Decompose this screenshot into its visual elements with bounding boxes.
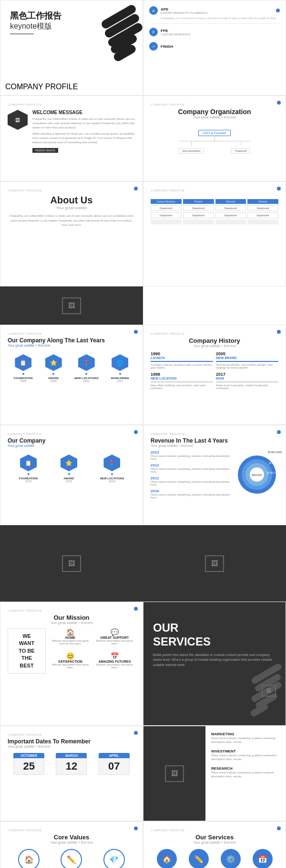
years-icons: 📋 FOUNDATION 2008 ⭐ AWARD 2009 📍 NEW LOC… [8,354,135,382]
org-ceo-box: CEO & Founder [198,130,231,136]
years2-hex-3: 📍 [103,455,120,471]
history-text-1: Company startup, business plan success s… [151,363,213,369]
history-year-4: 2017 [216,372,278,377]
dept-row3 [151,220,278,224]
org-chart: CEO & Founder Vice-president Treasurer [151,123,278,159]
mission-label-2: GREAT SUPPORT [94,636,135,639]
years2-item-2: ⭐ AWARD 2015 [61,455,77,483]
rev-1: 2013 Place some industry sustaining, pos… [151,450,232,460]
slide-company-years2: COMPANY PROFILE Our Company Your great s… [0,425,143,525]
org-subtitle: Your great subtitle + first text [151,116,278,119]
sc-circle-1: 🏠 [157,849,177,868]
mission-content: WEWANTTO BETHEBEST 🏠 HOME Mission descri… [8,628,135,674]
donut-svg: $500,000 [237,455,277,495]
dark-banner-right [143,286,286,325]
dept-grid: Custom Business Product Discount Advisor… [151,199,278,224]
rev-year-2: 2012 [151,463,232,467]
rev-text-1: Place some industry sustaining, positive… [151,455,232,460]
image-placeholder-1: 🖼 [62,297,81,314]
cv-company: COMPANY PROFILE [8,829,135,832]
svc-entry-1: MARKETING Place some industry sustaining… [211,732,280,744]
slide-top-info: A APE EXPORT PRODUCTS TO AMERICA Frequen… [143,0,286,95]
slide-revenue: COMPANY PROFILE Revenue In The Last 4 Ye… [143,425,286,525]
history-bar-3 [151,381,213,382]
date-item-2: MARCH 12 [56,753,87,775]
dept-d5: Department [151,212,182,218]
dept-d7: Department [215,212,246,218]
dark-image-2: 🖼 [205,555,224,572]
org-title: Company Organization [151,108,278,116]
title-underline [10,33,34,34]
row-3: COMPANY PROFILE About Us Your great subt… [0,181,286,286]
info-text-1: APE [161,7,207,11]
svc-text-2: Place some industry sustaining, positive… [211,753,280,762]
mission-company: COMPANY PROFILE [8,609,135,612]
slide-company-years: COMPANY PROFILE Our Company Along The La… [0,325,143,425]
svc-image-placeholder: 🖼 [262,685,276,697]
years-item-3: 📍 NEW LOCATIONS 2010 [74,354,99,382]
years-item-1: 📋 FOUNDATION 2008 [14,354,33,382]
org-blue-dot [277,101,281,105]
svc-text-1: Place some industry sustaining, positive… [211,736,280,744]
mission-text-2: Mission description text goes here. [94,639,135,645]
org-company: COMPANY PROFILE [151,103,278,106]
svc-entry-3: RESEARCH Place some industry sustaining,… [211,766,280,779]
rev-text-3: Place some industry sustaining, positive… [151,480,232,486]
dept-d4: Department [247,205,278,211]
mission-icon-4: 📅 [94,652,135,660]
history-year-3: 1998 [151,372,213,377]
years-year-1: 2008 [14,380,33,382]
donut-chart: $500,000 $5 BILLIONS $4 BILLIONS $3 BILL… [237,455,277,495]
about-text: Frequently, you (often/often) shares or … [8,214,135,228]
history-bar-1 [151,361,213,362]
info-label-1: APE EXPORT PRODUCTS TO AMERICA [161,7,207,14]
years-year-2: 2009 [45,380,62,382]
mission-icon-3: 😊 [50,652,91,660]
svc-text-3: Place some industry sustaining, positive… [211,771,280,779]
history-subtitle: Your great subtitle + first text [151,344,278,348]
date-num-1: 25 [14,760,44,773]
years2-company: COMPANY PROFILE [8,433,135,435]
dept-f3 [215,220,246,224]
years-dot-3 [85,373,87,375]
years-company: COMPANY PROFILE [8,332,135,335]
row-6: 🖼 🖼 [0,525,286,602]
sc-title: Our Services [151,834,278,841]
org-vp-box: Vice-president [179,148,204,154]
org-line2 [191,141,192,145]
history-item-4: 2017 NOW State of art innovation, market… [216,372,278,390]
services-desc: Bullet points here about the standable o… [153,653,276,668]
org-row2: Vice-president Treasurer [155,141,274,154]
rev-3: 2011 Place some industry sustaining, pos… [151,476,232,486]
years2-blue-dot [134,430,138,434]
revenue-blue-dot [277,430,281,434]
dept-h1: Custom Business [151,199,182,204]
dept-f1 [151,220,182,224]
history-year-1: 1990 [151,351,213,356]
date-month-1: OCTOBER [13,753,44,758]
dept-f2 [183,220,214,224]
dept-row2: Department Department Department Departm… [151,212,278,218]
years2-item-3: 📍 NEW LOCATIONS 2015 [100,455,124,483]
mission-text-3: Mission description text goes here. [50,663,91,669]
years-dot-4 [119,373,121,375]
mission-title: Our Mission [8,614,135,621]
dept-d3: Department [215,205,246,211]
slide-history: COMPANY PROFILE Company History Your gre… [143,325,286,425]
about-company: COMPANY PROFILE [8,189,135,192]
dept-f4 [247,220,278,224]
info-row-3: ✓ FINISH [149,40,280,51]
history-label-4: NOW [216,377,278,380]
dept-d2: Department [183,205,214,211]
sc-items: 🏠 Execute Company your trust has ✏️ Mode… [151,849,278,868]
history-grid: 1990 LAUNCH Company startup, business pl… [151,351,278,390]
slide-core-values: COMPANY PROFILE Core Values Your great s… [0,821,143,868]
mission-label-1: HOME [50,636,91,639]
slide-dates: COMPANY PROFILE Important Dates To Remem… [0,726,143,821]
row-7: COMPANY PROFILE Our Mission Your great s… [0,602,286,726]
rev-year-4: 2016 [151,489,232,493]
info-row-1: A APE EXPORT PRODUCTS TO AMERICA Frequen… [149,6,280,20]
history-item-2: 2005 NEW BRAND New brand identity, new p… [216,351,278,369]
info-icon-1: A [149,6,158,15]
cv-circle-3: 💎 [103,849,125,868]
